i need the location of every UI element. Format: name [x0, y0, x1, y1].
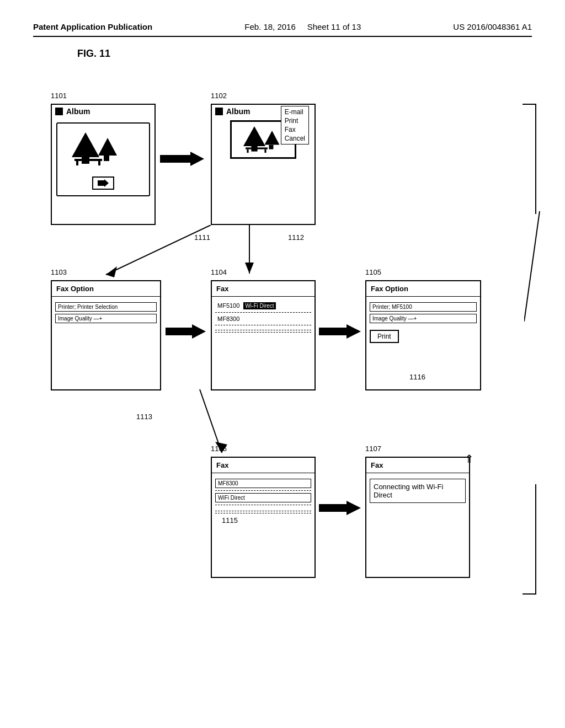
- arrow-1106-1107: [319, 500, 362, 516]
- fax-content-1107: Connecting with Wi-Fi Direct: [366, 473, 469, 508]
- svg-marker-7: [98, 179, 109, 187]
- svg-rect-13: [246, 147, 268, 149]
- fax-title-1107: Fax: [366, 458, 469, 473]
- connecting-message: Connecting with Wi-Fi Direct: [370, 479, 466, 503]
- ref-1101: 1101: [51, 92, 67, 100]
- album-title-1102: Album: [226, 107, 250, 116]
- publication-date-sheet: Feb. 18, 2016 Sheet 11 of 13: [244, 22, 361, 31]
- separator-1: [215, 312, 311, 313]
- svg-marker-19: [245, 263, 254, 274]
- quality-field-1105: Image Quality —+: [370, 314, 477, 323]
- album-content-1102: E-mail Print Fax Cancel: [212, 118, 315, 161]
- sep-1106-3: [215, 511, 311, 511]
- ref-1102: 1102: [211, 92, 227, 100]
- screen-1101: Album: [51, 104, 156, 225]
- svg-rect-4: [74, 159, 102, 161]
- upload-icon: ⇑: [465, 452, 474, 465]
- figure-label: FIG. 11: [77, 48, 532, 60]
- separator-3: [215, 330, 311, 330]
- fax-title-1106: Fax: [212, 458, 315, 473]
- svg-marker-11: [264, 131, 279, 145]
- printer-field-1105: Printer; MF5100: [370, 302, 477, 312]
- printer-mf8300-1106: MF8300: [215, 479, 311, 488]
- ref-1106: 1106: [211, 445, 227, 453]
- arrow-1103-1104: [166, 323, 207, 340]
- ref-1107: 1107: [365, 445, 381, 453]
- separator-2: [215, 325, 311, 325]
- bracket-top-right: [523, 104, 536, 214]
- menu-item-fax[interactable]: Fax: [285, 125, 305, 134]
- svg-marker-21: [319, 324, 361, 339]
- printer-mf5100: MF5100 Wi-Fi Direct: [215, 301, 311, 311]
- svg-rect-12: [269, 145, 273, 149]
- arrow-1104-1105: [319, 323, 362, 340]
- svg-rect-3: [104, 156, 109, 161]
- black-square-icon-2: [215, 108, 223, 115]
- arrow-btn-container: [61, 174, 146, 192]
- svg-rect-6: [98, 161, 100, 165]
- black-square-icon: [55, 108, 63, 115]
- screen-1104: Fax MF5100 Wi-Fi Direct MF8300: [211, 280, 316, 390]
- ref-1115: 1115: [222, 516, 238, 524]
- svg-marker-8: [160, 152, 204, 166]
- screen-1102: Album E-mail Print Fax C: [211, 104, 316, 225]
- menu-item-print[interactable]: Print: [285, 116, 305, 125]
- svg-rect-15: [264, 149, 266, 153]
- bracket-diagonal: [524, 211, 541, 322]
- diagram: 1101 Album: [34, 71, 531, 650]
- fax-option-content-1105: Printer; MF5100 Image Quality —+ Print: [366, 297, 480, 349]
- publication-label: Patent Application Publication: [33, 22, 152, 31]
- ref-1105: 1105: [365, 268, 381, 276]
- screen-1103: Fax Option Printer; Printer Selection Im…: [51, 280, 161, 390]
- fax-content-1106: MF8300 WiFi Direct: [212, 473, 315, 518]
- svg-marker-20: [166, 324, 206, 339]
- diag-arrow-1113: [145, 389, 244, 467]
- patent-number: US 2016/0048361 A1: [453, 22, 532, 31]
- fax-title-1104: Fax: [212, 281, 315, 297]
- arrow-1101-1102: [160, 151, 207, 167]
- sheet-info: Sheet 11 of 13: [307, 22, 361, 31]
- svg-marker-2: [98, 138, 117, 156]
- print-btn-container: Print: [370, 328, 477, 345]
- quality-field-1103: Image Quality —+: [55, 314, 157, 323]
- screen-1107: Fax Connecting with Wi-Fi Direct: [365, 457, 470, 578]
- publication-date: Feb. 18, 2016: [244, 22, 296, 31]
- sep-1106-1: [215, 490, 311, 491]
- wifi-direct-badge: Wi-Fi Direct: [243, 302, 275, 309]
- sep-1106-4: [215, 513, 311, 513]
- print-button-1105[interactable]: Print: [370, 330, 399, 343]
- svg-marker-9: [243, 126, 265, 146]
- album-title-1101: Album: [66, 107, 90, 116]
- right-arrow-icon: [98, 179, 109, 187]
- diag-arrow-1112: [233, 224, 266, 287]
- sep-1106-2: [215, 505, 311, 505]
- menu-item-cancel[interactable]: Cancel: [285, 134, 305, 143]
- svg-line-16: [106, 225, 211, 275]
- printer-field-1103: Printer; Printer Selection: [55, 302, 157, 312]
- wifi-direct-1106: WiFi Direct: [215, 493, 311, 502]
- bracket-bottom-right: [523, 484, 536, 595]
- svg-marker-24: [319, 501, 361, 515]
- ref-1103: 1103: [51, 268, 67, 276]
- svg-marker-0: [72, 132, 99, 157]
- fax-option-title-1103: Fax Option: [52, 281, 160, 297]
- landscape-image-1101: [61, 127, 132, 171]
- diag-arrow-1111: [89, 225, 227, 286]
- svg-line-25: [524, 211, 540, 322]
- ref-1116: 1116: [409, 373, 425, 381]
- separator-4: [215, 332, 311, 333]
- forward-arrow-btn[interactable]: [92, 176, 114, 190]
- album-header-1101: Album: [52, 105, 154, 118]
- fax-content-1104: MF5100 Wi-Fi Direct MF8300: [212, 297, 315, 338]
- fax-option-content-1103: Printer; Printer Selection Image Quality…: [52, 297, 160, 329]
- ref-1104: 1104: [211, 268, 227, 276]
- menu-item-email[interactable]: E-mail: [285, 108, 305, 116]
- context-menu-1102: E-mail Print Fax Cancel: [281, 106, 309, 144]
- svg-marker-17: [106, 266, 117, 277]
- svg-rect-14: [247, 149, 248, 153]
- ref-1112: 1112: [288, 233, 304, 242]
- page: Patent Application Publication Feb. 18, …: [0, 0, 565, 728]
- svg-rect-5: [76, 161, 78, 165]
- page-header: Patent Application Publication Feb. 18, …: [33, 22, 532, 37]
- fax-option-title-1105: Fax Option: [366, 281, 480, 297]
